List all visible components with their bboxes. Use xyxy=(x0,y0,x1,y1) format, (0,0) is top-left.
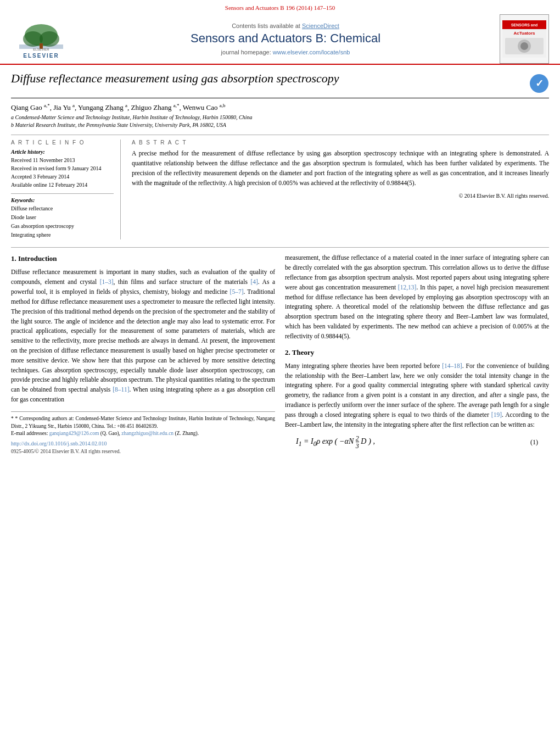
article-history: Article history: Received 11 November 20… xyxy=(11,149,114,189)
svg-text:✓: ✓ xyxy=(535,78,544,89)
journal-title-section: Contents lists available at ScienceDirec… xyxy=(71,23,500,55)
ref-12-13[interactable]: [12,13] xyxy=(398,284,417,291)
ref-14-18[interactable]: [14–18] xyxy=(442,362,462,369)
authors-section: Qiang Gao a,*, Jia Yu a, Yungang Zhang a… xyxy=(11,103,549,129)
main-content: 1. Introduction Diffuse reflectance meas… xyxy=(11,247,549,455)
footnote-area: * * Corresponding authors at: Condensed-… xyxy=(11,411,275,456)
svg-text:SENSORS and: SENSORS and xyxy=(511,23,538,27)
equation-content: I1 = I0ρ exp ( −αN 2 3 D ) , xyxy=(296,435,375,449)
sensors-logo-icon: SENSORS and AcTuators xyxy=(502,20,546,58)
article-title-section: Diffuse reflectance measurement using ga… xyxy=(11,71,549,98)
abstract-heading: A B S T R A C T xyxy=(132,140,549,146)
ref-1-3[interactable]: [1–3] xyxy=(100,278,114,285)
contents-label: Contents lists available at ScienceDirec… xyxy=(71,23,500,29)
svg-point-12 xyxy=(520,42,528,50)
header-main: ELSEVIER ELSEVIER Contents lists availab… xyxy=(11,14,549,64)
journal-header: Sensors and Actuators B 196 (2014) 147–1… xyxy=(0,0,560,65)
article-info-heading: A R T I C L E I N F O xyxy=(11,140,114,146)
elsevier-text: ELSEVIER xyxy=(23,53,59,59)
journal-title: Sensors and Actuators B: Chemical xyxy=(71,31,500,46)
corresponding-star: * xyxy=(11,416,14,421)
ref-8-11[interactable]: [8–11] xyxy=(113,386,129,393)
article-body: Diffuse reflectance measurement using ga… xyxy=(0,65,560,462)
section2-heading: Theory xyxy=(292,348,314,356)
abstract-column: A B S T R A C T A precise method for the… xyxy=(132,140,549,239)
keyword-3: Gas absorption spectroscopy xyxy=(11,222,114,231)
email-label: E-mail addresses: xyxy=(11,431,48,436)
equation-number: (1) xyxy=(530,437,538,448)
keywords-section: Keywords: Diffuse reflectance Diode lase… xyxy=(11,197,114,239)
corresponding-author: * * Corresponding authors at: Condensed-… xyxy=(11,415,275,431)
doi-link[interactable]: http://dx.doi.org/10.1016/j.snb.2014.02.… xyxy=(11,440,107,447)
keyword-4: Integrating sphere xyxy=(11,231,114,239)
sciencedirect-link[interactable]: ScienceDirect xyxy=(302,23,339,29)
section1-title: 1. Introduction xyxy=(11,253,275,264)
info-section: A R T I C L E I N F O Article history: R… xyxy=(11,135,549,239)
intro-paragraph-2: measurement, the diffuse reflectance of … xyxy=(285,253,549,341)
elsevier-tree-icon: ELSEVIER xyxy=(16,20,66,52)
affiliation-b: b Material Research Institute, the Penns… xyxy=(11,121,549,129)
ref-5-7[interactable]: [5–7] xyxy=(230,288,244,295)
authors-line: Qiang Gao a,*, Jia Yu a, Yungang Zhang a… xyxy=(11,103,549,112)
keywords-title: Keywords: xyxy=(11,197,114,203)
svg-text:ELSEVIER: ELSEVIER xyxy=(33,48,49,51)
citation-text: Sensors and Actuators B 196 (2014) 147–1… xyxy=(225,4,335,11)
email-1-name: (Q. Gao), xyxy=(100,431,120,436)
journal-citation: Sensors and Actuators B 196 (2014) 147–1… xyxy=(11,4,549,11)
page: Sensors and Actuators B 196 (2014) 147–1… xyxy=(0,0,560,462)
divider xyxy=(11,193,114,194)
article-info-column: A R T I C L E I N F O Article history: R… xyxy=(11,140,121,239)
section2-number: 2. xyxy=(285,348,290,356)
intro-paragraph-1: Diffuse reflectance measurement is impor… xyxy=(11,267,275,404)
email-addresses: E-mail addresses: ganqiang429@126.com (Q… xyxy=(11,430,275,438)
journal-homepage: journal homepage: www.elsevier.com/locat… xyxy=(71,49,500,55)
revised-date: Received in revised form 9 January 2014 xyxy=(11,164,114,172)
abstract-text: A precise method for the measurement of … xyxy=(132,149,549,188)
accepted-date: Accepted 3 February 2014 xyxy=(11,172,114,181)
email-2-name: (Z. Zhang). xyxy=(175,431,199,436)
left-column: 1. Introduction Diffuse reflectance meas… xyxy=(11,253,275,455)
abstract-copyright: © 2014 Elsevier B.V. All rights reserved… xyxy=(132,193,549,199)
keyword-2: Diode laser xyxy=(11,213,114,222)
section1-number: 1. xyxy=(11,254,16,263)
svg-text:AcTuators: AcTuators xyxy=(514,31,536,36)
email-1-link[interactable]: ganqiang429@126.com xyxy=(49,431,99,436)
article-title: Diffuse reflectance measurement using ga… xyxy=(11,71,518,86)
received-date: Received 11 November 2013 xyxy=(11,156,114,164)
ref-19[interactable]: [19] xyxy=(491,411,502,418)
affiliations: a Condensed-Matter Science and Technolog… xyxy=(11,114,549,129)
right-column: measurement, the diffuse reflectance of … xyxy=(285,253,549,455)
homepage-link[interactable]: www.elsevier.com/locate/snb xyxy=(273,49,350,55)
equation-1: I1 = I0ρ exp ( −αN 2 3 D ) , (1) xyxy=(296,435,538,449)
sensors-logo: SENSORS and AcTuators xyxy=(500,14,549,64)
section2-title: 2. Theory xyxy=(285,347,549,358)
theory-paragraph-1: Many integrating sphere theories have be… xyxy=(285,361,549,430)
issn-line: 0925-4005/© 2014 Elsevier B.V. All right… xyxy=(11,448,275,456)
doi-line: http://dx.doi.org/10.1016/j.snb.2014.02.… xyxy=(11,440,275,448)
elsevier-logo: ELSEVIER ELSEVIER xyxy=(11,20,71,59)
crossmark-icon: ✓ xyxy=(529,74,549,93)
history-title: Article history: xyxy=(11,149,114,155)
email-2-link[interactable]: zhangzhiguo@hit.edu.cn xyxy=(121,431,173,436)
available-date: Available online 12 February 2014 xyxy=(11,181,114,189)
keyword-1: Diffuse reflectance xyxy=(11,204,114,213)
affiliation-a: a Condensed-Matter Science and Technolog… xyxy=(11,114,549,121)
ref-4[interactable]: [4] xyxy=(250,278,257,285)
section1-heading: Introduction xyxy=(18,254,57,263)
